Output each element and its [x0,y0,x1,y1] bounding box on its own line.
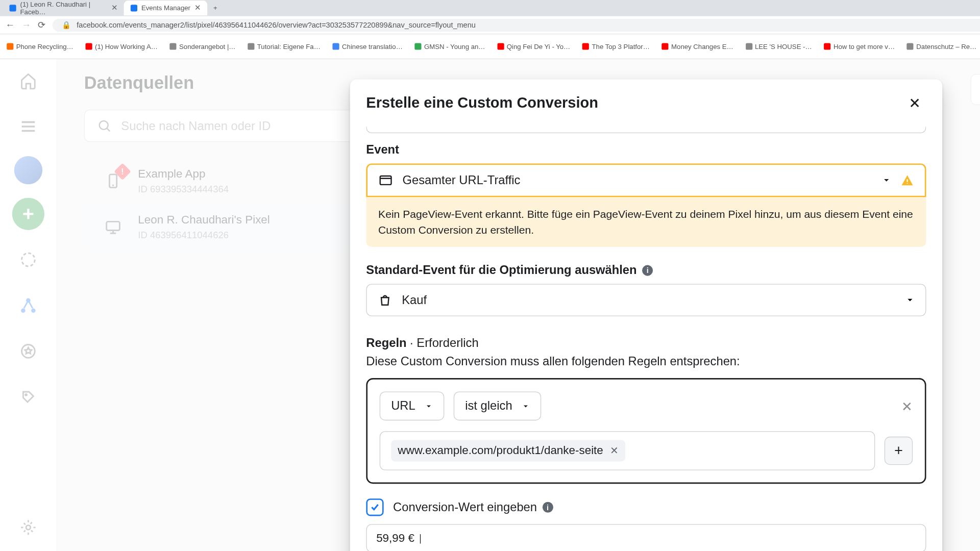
rules-subtitle: Diese Custom Conversion muss allen folge… [366,355,926,369]
warning-banner: Kein PageView-Event erkannt. Bitte füge … [366,197,926,247]
tab-label: (1) Leon R. Chaudhari | Faceb… [20,1,107,15]
event-select[interactable]: Gesamter URL-Traffic [366,163,926,197]
rule-box: URL ist gleich ✕ www.example.com/produkt… [366,379,926,484]
custom-conversion-modal: Erstelle eine Custom Conversion Event Ge… [350,80,942,551]
event-value: Gesamter URL-Traffic [403,173,872,188]
rule-value-input[interactable]: www.example.com/produkt1/danke-seite ✕ [380,432,875,470]
bookmarks-bar: Phone Recycling… (1) How Working A… Sond… [0,35,980,59]
rule-field-select[interactable]: URL [380,392,445,421]
facebook-icon [9,5,16,11]
tab-bar: (1) Leon R. Chaudhari | Faceb… ✕ Events … [0,0,980,16]
conversion-value-label: Conversion-Wert eingeben i [393,500,553,515]
browser-chrome: (1) Leon R. Chaudhari | Faceb… ✕ Events … [0,0,980,59]
info-icon[interactable]: i [642,265,653,276]
bookmark[interactable]: Qing Fei De Yi - Yo… [497,43,570,51]
bookmark[interactable]: Sonderangebot |… [170,43,236,51]
rule-chip: www.example.com/produkt1/danke-seite ✕ [391,440,625,462]
remove-rule-button[interactable]: ✕ [901,398,913,414]
bookmark[interactable]: The Top 3 Platfor… [582,43,650,51]
facebook-icon [131,5,137,11]
bag-icon [378,293,393,308]
modal-title: Erstelle eine Custom Conversion [366,94,598,112]
bookmark[interactable]: Chinese translatio… [333,43,403,51]
forward-button[interactable]: → [21,19,31,30]
bookmark[interactable]: How to get more v… [824,43,895,51]
conversion-value-input[interactable]: 59,99 € [366,524,926,551]
tab-label: Events Manager [141,4,190,12]
caret-down-icon [881,176,891,185]
close-icon[interactable]: ✕ [194,4,201,12]
event-label: Event [366,143,926,157]
chip-remove-button[interactable]: ✕ [610,445,619,457]
browser-tab-active[interactable]: Events Manager ✕ [124,1,207,15]
rules-heading: Regeln · Erforderlich [366,337,926,351]
caret-down-icon [905,295,915,305]
url-text: facebook.com/events_manager2/list/pixel/… [77,21,475,29]
rule-operator-select[interactable]: ist gleich [454,392,541,421]
scroll-hint [366,127,926,133]
bookmark[interactable]: Phone Recycling… [7,43,74,51]
new-tab-button[interactable]: + [210,3,220,13]
standard-event-label: Standard-Event für die Optimierung auswä… [366,263,926,278]
bookmark[interactable]: LEE 'S HOUSE -… [746,43,812,51]
address-bar: ← → ⟳ 🔒 facebook.com/events_manager2/lis… [0,16,980,35]
back-button[interactable]: ← [6,19,15,30]
check-icon [370,502,380,513]
add-rule-button[interactable]: + [885,437,913,465]
caret-down-icon [425,402,433,410]
close-icon[interactable]: ✕ [111,4,117,12]
conversion-value-checkbox[interactable] [366,499,383,516]
close-icon [908,95,922,110]
bookmark[interactable]: (1) How Working A… [86,43,158,51]
text-cursor [420,534,421,543]
url-input[interactable]: 🔒 facebook.com/events_manager2/list/pixe… [53,18,980,31]
info-icon[interactable]: i [543,502,553,513]
standard-value: Kauf [402,293,896,308]
close-button[interactable] [903,91,926,114]
bookmark[interactable]: Tutorial: Eigene Fa… [248,43,321,51]
svg-rect-15 [380,176,391,185]
bookmark[interactable]: Datenschutz – Re… [907,43,976,51]
lock-icon: 🔒 [62,20,71,29]
bookmark[interactable]: Money Changes E… [662,43,733,51]
browser-icon [378,173,393,188]
warning-icon [900,173,914,187]
bookmark[interactable]: GMSN - Young an… [415,43,485,51]
standard-event-select[interactable]: Kauf [366,284,926,316]
browser-tab[interactable]: (1) Leon R. Chaudhari | Faceb… ✕ [3,1,124,15]
caret-down-icon [522,402,530,410]
reload-button[interactable]: ⟳ [38,19,46,30]
